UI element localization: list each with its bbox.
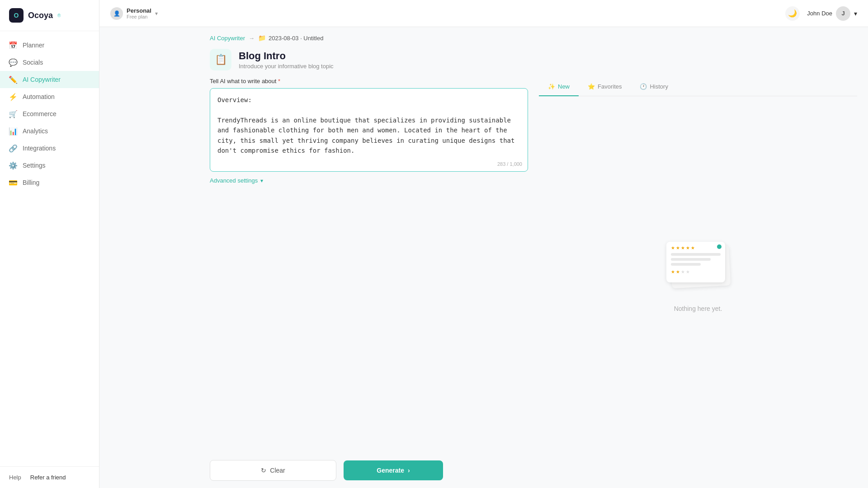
sidebar: O Ocoya® 📅 Planner 💬 Socials ✏️ AI Copyw… bbox=[0, 0, 99, 488]
breadcrumb-current: 📁 2023-08-03 · Untitled bbox=[258, 34, 323, 42]
page-header-text: Blog Intro Introduce your informative bl… bbox=[239, 50, 334, 70]
tab-label: New bbox=[558, 83, 570, 90]
right-panel: ✨ New ⭐ Favorites 🕐 History bbox=[539, 78, 857, 453]
char-count: 283 / 1,000 bbox=[497, 161, 522, 167]
sidebar-item-integrations[interactable]: 🔗 Integrations bbox=[0, 140, 99, 157]
plan-type: Free plan bbox=[127, 14, 151, 19]
tab-new[interactable]: ✨ New bbox=[539, 78, 579, 96]
star-8-icon: ★ bbox=[681, 269, 685, 274]
user-chevron-icon: ▾ bbox=[854, 10, 857, 17]
favorites-tab-icon: ⭐ bbox=[588, 83, 595, 90]
sidebar-item-automation[interactable]: ⚡ Automation bbox=[0, 88, 99, 105]
page-subtitle: Introduce your informative blog topic bbox=[239, 63, 334, 70]
tab-favorites[interactable]: ⭐ Favorites bbox=[579, 78, 631, 96]
textarea-wrapper: 283 / 1,000 bbox=[210, 88, 528, 172]
page-icon-symbol: 📋 bbox=[215, 54, 227, 66]
required-star: * bbox=[276, 78, 280, 84]
topbar: 👤 Personal Free plan ▾ 🌙 John Doe J ▾ bbox=[99, 0, 868, 27]
page-icon: 📋 bbox=[210, 49, 231, 70]
bottom-buttons: ↻ Clear Generate › bbox=[199, 453, 868, 488]
page-header: 📋 Blog Intro Introduce your informative … bbox=[199, 42, 868, 78]
breadcrumb-current-label: 2023-08-03 · Untitled bbox=[269, 35, 323, 42]
star-6-icon: ★ bbox=[671, 269, 675, 274]
copywriter-icon: ✏️ bbox=[9, 75, 17, 84]
plan-selector[interactable]: 👤 Personal Free plan ▾ bbox=[110, 7, 158, 20]
tab-label: Favorites bbox=[598, 83, 622, 90]
sidebar-item-label: Settings bbox=[23, 162, 46, 169]
sidebar-item-label: Billing bbox=[23, 179, 39, 186]
sidebar-item-settings[interactable]: ⚙️ Settings bbox=[0, 157, 99, 174]
tab-history[interactable]: 🕐 History bbox=[631, 78, 677, 96]
generate-button[interactable]: Generate › bbox=[344, 460, 443, 480]
planner-icon: 📅 bbox=[9, 41, 17, 49]
star-9-icon: ★ bbox=[686, 269, 690, 274]
breadcrumb-separator: → bbox=[249, 35, 255, 42]
star-2-icon: ★ bbox=[676, 245, 680, 250]
chevron-down-icon: ▾ bbox=[155, 10, 158, 17]
logo-text: Ocoya bbox=[28, 11, 53, 20]
star-3-icon: ★ bbox=[681, 245, 685, 250]
tabs-row: ✨ New ⭐ Favorites 🕐 History bbox=[539, 78, 857, 96]
settings-icon: ⚙️ bbox=[9, 161, 17, 169]
sidebar-item-label: AI Copywriter bbox=[23, 76, 61, 83]
refer-friend-button[interactable]: Refer a friend bbox=[30, 474, 66, 481]
history-tab-icon: 🕐 bbox=[640, 83, 647, 90]
advanced-settings-row[interactable]: Advanced settings ▾ bbox=[210, 177, 528, 184]
sidebar-item-label: Automation bbox=[23, 93, 55, 100]
empty-illustration: ★ ★ ★ ★ ★ ★ ★ ★ bbox=[662, 237, 734, 296]
sidebar-item-label: Ecommerce bbox=[23, 110, 57, 117]
star-7-icon: ★ bbox=[676, 269, 680, 274]
form-label: Tell AI what to write about * bbox=[210, 78, 528, 84]
socials-icon: 💬 bbox=[9, 58, 17, 66]
breadcrumb-parent-link[interactable]: AI Copywriter bbox=[210, 35, 245, 42]
sidebar-item-billing[interactable]: 💳 Billing bbox=[0, 174, 99, 191]
dark-mode-button[interactable]: 🌙 bbox=[785, 6, 800, 21]
user-profile[interactable]: John Doe J ▾ bbox=[807, 6, 857, 21]
empty-message: Nothing here yet. bbox=[674, 305, 722, 312]
sidebar-item-ecommerce[interactable]: 🛒 Ecommerce bbox=[0, 105, 99, 122]
arrow-right-icon: › bbox=[408, 467, 410, 474]
illus-line-1 bbox=[671, 253, 721, 256]
sidebar-item-label: Planner bbox=[23, 42, 44, 49]
illus-badge bbox=[717, 244, 722, 249]
illus-card-front: ★ ★ ★ ★ ★ ★ ★ ★ bbox=[666, 242, 725, 282]
star-1-icon: ★ bbox=[671, 245, 675, 250]
illus-stars: ★ ★ ★ ★ ★ bbox=[671, 245, 721, 250]
sidebar-item-copywriter[interactable]: ✏️ AI Copywriter bbox=[0, 71, 99, 88]
advanced-settings-link[interactable]: Advanced settings bbox=[210, 177, 258, 184]
breadcrumb-file-icon: 📁 bbox=[258, 34, 266, 42]
illus-stars-row2: ★ ★ ★ ★ bbox=[671, 269, 721, 274]
plan-avatar-icon: 👤 bbox=[110, 7, 123, 20]
user-name: John Doe bbox=[807, 10, 832, 17]
illus-line-3 bbox=[671, 263, 701, 266]
sidebar-nav: 📅 Planner 💬 Socials ✏️ AI Copywriter ⚡ A… bbox=[0, 31, 99, 466]
sidebar-item-label: Analytics bbox=[23, 127, 48, 135]
left-panel: Tell AI what to write about * 283 / 1,00… bbox=[210, 78, 528, 453]
breadcrumb: AI Copywriter → 📁 2023-08-03 · Untitled bbox=[199, 27, 868, 42]
sidebar-item-planner[interactable]: 📅 Planner bbox=[0, 37, 99, 54]
logo-badge: ® bbox=[57, 13, 61, 18]
content-area: Tell AI what to write about * 283 / 1,00… bbox=[199, 78, 868, 453]
sidebar-item-label: Socials bbox=[23, 59, 43, 66]
content-textarea[interactable] bbox=[210, 89, 528, 170]
topbar-right: 🌙 John Doe J ▾ bbox=[785, 6, 857, 21]
sidebar-item-label: Integrations bbox=[23, 145, 56, 152]
ecommerce-icon: 🛒 bbox=[9, 110, 17, 118]
refresh-icon: ↻ bbox=[261, 467, 266, 474]
illus-line-2 bbox=[671, 258, 711, 261]
sidebar-item-socials[interactable]: 💬 Socials bbox=[0, 54, 99, 71]
help-link[interactable]: Help bbox=[9, 474, 21, 481]
star-4-icon: ★ bbox=[686, 245, 690, 250]
illus-stars-2: ★ ★ ★ ★ bbox=[671, 269, 721, 274]
analytics-icon: 📊 bbox=[9, 127, 17, 135]
billing-icon: 💳 bbox=[9, 178, 17, 187]
plan-name: Personal bbox=[127, 7, 151, 14]
logo: O Ocoya® bbox=[0, 0, 99, 31]
tab-label: History bbox=[650, 83, 668, 90]
integrations-icon: 🔗 bbox=[9, 144, 17, 152]
sidebar-item-analytics[interactable]: 📊 Analytics bbox=[0, 122, 99, 140]
page-title: Blog Intro bbox=[239, 50, 334, 62]
logo-icon: O bbox=[9, 8, 24, 23]
clear-button[interactable]: ↻ Clear bbox=[210, 460, 336, 481]
user-avatar: J bbox=[836, 6, 850, 21]
